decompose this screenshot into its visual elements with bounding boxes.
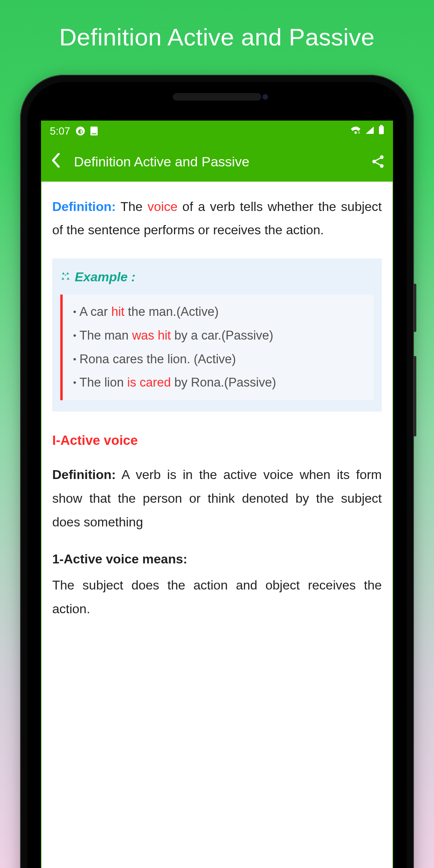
svg-line-7 <box>375 158 381 161</box>
phone-side-button <box>414 284 416 332</box>
status-app-icon: ◐ <box>76 127 85 135</box>
example-label: Example : <box>75 266 135 289</box>
svg-point-0 <box>354 131 357 134</box>
phone-camera <box>262 94 268 100</box>
svg-line-8 <box>375 162 381 165</box>
promo-background: Definition Active and Passive 5:07 ◐ x <box>0 0 434 868</box>
promo-title: Definition Active and Passive <box>0 0 434 51</box>
phone-screen: 5:07 ◐ x <box>41 121 393 868</box>
example-item: •The man was hit by a car.(Passive) <box>73 324 368 348</box>
phone-side-button <box>414 356 416 436</box>
example-list: •A car hit the man.(Active) •The man was… <box>60 295 374 401</box>
phone-speaker <box>173 93 261 100</box>
svg-rect-3 <box>379 126 384 134</box>
battery-icon <box>379 125 384 137</box>
status-sd-icon <box>90 127 98 135</box>
definition-label: Definition: <box>52 199 116 214</box>
definition-label: Definition: <box>52 467 116 482</box>
phone-bezel: 5:07 ◐ x <box>27 82 407 868</box>
phone-frame: 5:07 ◐ x <box>20 75 414 868</box>
example-item: •The lion is cared by Rona.(Passive) <box>73 371 368 395</box>
section-heading-active-voice: I-Active voice <box>52 428 382 452</box>
svg-text:x: x <box>358 130 360 135</box>
definition-highlight: voice <box>147 199 178 214</box>
example-item: •A car hit the man.(Active) <box>73 300 368 324</box>
back-button[interactable] <box>49 149 63 174</box>
example-box: Example : •A car hit the man.(Active) •T… <box>52 258 382 411</box>
subsection-text: The subject does the action and object r… <box>52 573 382 621</box>
example-heading: Example : <box>60 266 374 289</box>
status-bar: 5:07 ◐ x <box>41 121 393 141</box>
wifi-icon: x <box>350 125 361 137</box>
subsection-heading: 1-Active voice means: <box>52 548 382 571</box>
status-time: 5:07 <box>50 125 70 137</box>
definition-text-pre: The <box>116 199 147 214</box>
app-bar: Definition Active and Passive <box>41 141 393 182</box>
recycle-icon <box>60 266 71 289</box>
definition-paragraph: Definition: The voice of a verb tells wh… <box>52 195 382 242</box>
active-voice-definition: Definition: A verb is in the active voic… <box>52 463 382 534</box>
app-bar-title: Definition Active and Passive <box>74 154 360 170</box>
svg-rect-2 <box>380 125 383 126</box>
share-button[interactable] <box>371 155 385 168</box>
example-item: •Rona cares the lion. (Active) <box>73 348 368 371</box>
signal-icon <box>365 125 375 137</box>
content-area[interactable]: Definition: The voice of a verb tells wh… <box>41 182 393 868</box>
